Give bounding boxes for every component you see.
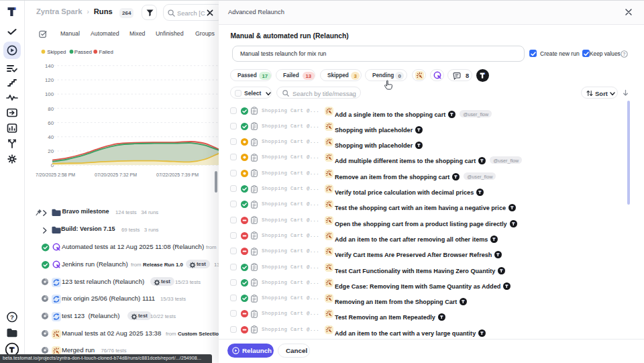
svg-text:20: 20 (48, 148, 54, 154)
svg-text:80: 80 (48, 106, 54, 112)
svg-text:07/20/2025 7:32 PM: 07/20/2025 7:32 PM (95, 172, 137, 177)
svg-text:?: ? (10, 313, 14, 321)
svg-text:7/20/2025 2:58 PM: 7/20/2025 2:58 PM (36, 172, 75, 177)
svg-text:?: ? (623, 52, 625, 56)
svg-text:Skipped: Skipped (47, 49, 66, 55)
svg-text:120: 120 (45, 77, 54, 83)
svg-text:Passed: Passed (74, 49, 92, 55)
svg-text:Failed: Failed (99, 49, 113, 55)
svg-text:140: 140 (45, 63, 54, 69)
svg-text:60: 60 (48, 120, 54, 126)
svg-text:40: 40 (48, 134, 54, 140)
svg-text:100: 100 (45, 91, 54, 97)
svg-text:07/22/2025 7:39 PM: 07/22/2025 7:39 PM (156, 172, 199, 177)
